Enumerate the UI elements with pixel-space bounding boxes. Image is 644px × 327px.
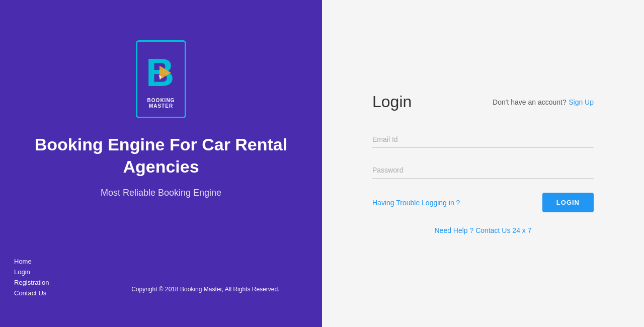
login-form-container: Login Don't have an account? Sign Up Hav… [372,93,594,234]
help-text-area: Need Help ? Contact Us 24 x 7 [372,226,594,234]
login-button[interactable]: LOGIN [542,193,594,212]
copyright-text: Copyright © 2018 Booking Master, All Rig… [131,286,279,293]
logo-container: B BOOKING MASTER [136,40,186,118]
nav-home[interactable]: Home [14,258,49,265]
nav-registration[interactable]: Registration [14,279,49,286]
trouble-link[interactable]: Having Trouble Logging in ? [372,199,460,207]
signup-prompt-text: Don't have an account? [493,98,567,106]
email-group [372,131,594,148]
sub-heading: Most Reliable Booking Engine [101,188,221,198]
signup-link[interactable]: Sign Up [569,98,594,106]
signup-prompt-area: Don't have an account? Sign Up [493,98,594,107]
nav-contact-us[interactable]: Contact Us [14,289,49,297]
logo-text: BOOKING MASTER [142,98,180,109]
logo-icon: B [143,50,179,96]
login-title: Login [372,93,412,111]
password-group [372,162,594,179]
email-input[interactable] [372,131,594,148]
help-link[interactable]: Need Help ? Contact Us 24 x 7 [435,226,532,234]
main-heading: Booking Engine For Car Rental Agencies [20,133,302,178]
password-input[interactable] [372,162,594,179]
footer-nav: Home Login Registration Contact Us [14,258,49,297]
form-actions: Having Trouble Logging in ? LOGIN [372,193,594,212]
left-panel: B BOOKING MASTER Booking Engine For Car … [0,0,322,327]
right-panel: Login Don't have an account? Sign Up Hav… [322,0,644,327]
login-header: Login Don't have an account? Sign Up [372,93,594,111]
nav-login[interactable]: Login [14,268,49,276]
